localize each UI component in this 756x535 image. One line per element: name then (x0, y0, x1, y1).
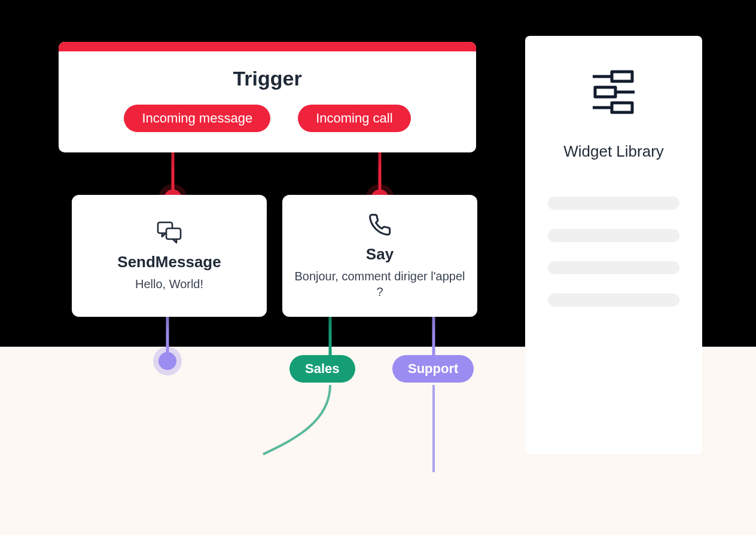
svg-rect-18 (612, 103, 632, 112)
trigger-card[interactable]: Trigger Incoming message Incoming call (59, 42, 476, 152)
trigger-output-incoming-call[interactable]: Incoming call (298, 105, 410, 132)
widget-title: Say (366, 245, 394, 264)
trigger-title: Trigger (59, 51, 476, 105)
library-item-placeholder[interactable] (548, 197, 679, 210)
branch-sales[interactable]: Sales (289, 355, 355, 383)
svg-rect-14 (612, 72, 632, 81)
widget-send-message[interactable]: SendMessage Hello, World! (72, 195, 267, 317)
widget-library-panel: Widget Library (525, 36, 702, 454)
widget-body: Bonjour, comment diriger l'appel ? (294, 268, 465, 299)
library-item-placeholder[interactable] (548, 294, 679, 307)
library-icon (587, 68, 641, 118)
svg-rect-13 (166, 228, 181, 239)
widget-body: Hello, World! (135, 276, 203, 292)
svg-rect-16 (595, 87, 615, 97)
branch-support[interactable]: Support (392, 355, 474, 383)
trigger-accent-bar (59, 42, 476, 51)
library-title: Widget Library (563, 142, 664, 161)
trigger-output-incoming-message[interactable]: Incoming message (124, 105, 270, 132)
library-item-placeholder[interactable] (548, 229, 679, 242)
trigger-outputs: Incoming message Incoming call (59, 105, 476, 152)
widget-title: SendMessage (117, 253, 221, 271)
library-item-placeholder[interactable] (548, 261, 679, 274)
flow-canvas: Trigger Incoming message Incoming call S… (0, 0, 756, 535)
phone-icon (368, 213, 392, 239)
widget-say[interactable]: Say Bonjour, comment diriger l'appel ? (282, 195, 477, 317)
chat-icon (156, 221, 183, 247)
